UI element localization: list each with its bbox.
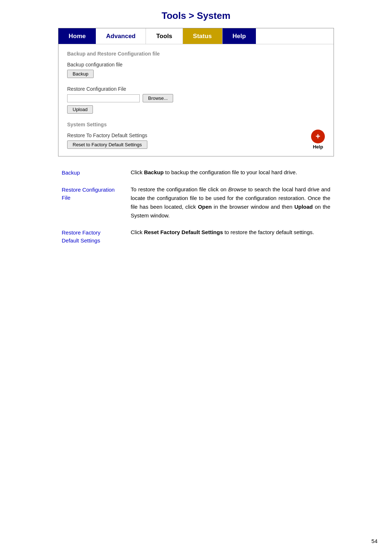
desc-term-restore-factory: Restore FactoryDefault Settings	[62, 228, 131, 245]
nav-home[interactable]: Home	[58, 28, 96, 44]
nav-help[interactable]: Help	[222, 28, 256, 44]
system-settings-section: System Settings Restore To Factory Defau…	[67, 122, 325, 149]
desc-def-restore-factory: Click Reset Factory Default Settings to …	[131, 228, 330, 237]
help-icon[interactable]: +	[311, 130, 325, 143]
desc-row-restore-config: Restore ConfigurationFile To restore the…	[62, 185, 330, 220]
backup-label: Backup configuration file	[67, 62, 325, 68]
help-icon-label: Help	[313, 144, 323, 150]
reset-factory-button[interactable]: Reset to Factory Default Settings	[67, 140, 147, 149]
file-input-row: Browse...	[67, 94, 325, 102]
restore-factory-label: Restore To Factory Default Settings	[67, 132, 325, 138]
help-icon-area: + Help	[311, 130, 325, 150]
desc-def-restore-config: To restore the configuration file click …	[131, 185, 330, 220]
desc-def-backup: Click Backup to backup the configuration…	[131, 168, 330, 177]
backup-button[interactable]: Backup	[67, 70, 94, 78]
nav-bar: Home Advanced Tools Status Help	[58, 28, 334, 44]
system-settings-title: System Settings	[67, 122, 325, 127]
desc-row-restore-factory: Restore FactoryDefault Settings Click Re…	[62, 228, 330, 245]
desc-row-backup: Backup Click Backup to backup the config…	[62, 168, 330, 177]
nav-status[interactable]: Status	[183, 28, 222, 44]
desc-term-backup: Backup	[62, 168, 131, 177]
desc-term-restore-config: Restore ConfigurationFile	[62, 185, 131, 202]
nav-advanced[interactable]: Advanced	[96, 28, 146, 44]
file-input[interactable]	[67, 94, 140, 102]
restore-config-label: Restore Configuration File	[67, 86, 325, 92]
backup-restore-section-title: Backup and Restore Configuration file	[67, 51, 325, 57]
ui-panel: Home Advanced Tools Status Help Backup a…	[58, 28, 334, 156]
page-title: Tools > System	[0, 0, 392, 28]
browse-button[interactable]: Browse...	[143, 94, 173, 102]
description-area: Backup Click Backup to backup the config…	[58, 168, 334, 245]
upload-button[interactable]: Upload	[67, 105, 93, 114]
page-number: 54	[371, 538, 377, 544]
panel-content: Backup and Restore Configuration file Ba…	[58, 44, 334, 156]
backup-section: Backup configuration file Backup	[67, 62, 325, 78]
restore-config-section: Restore Configuration File Browse... Upl…	[67, 86, 325, 114]
nav-tools[interactable]: Tools	[146, 28, 183, 44]
